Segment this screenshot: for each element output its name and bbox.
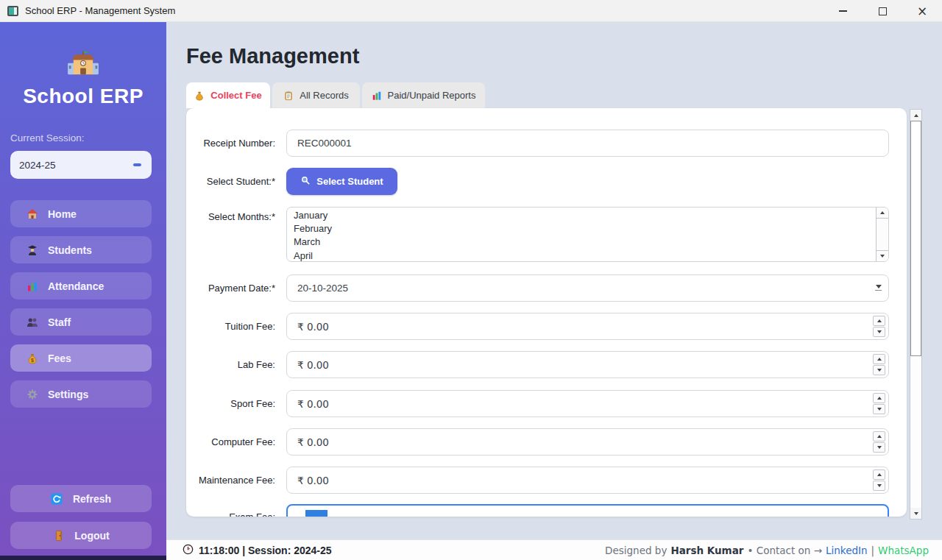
status-credit: Designed by Harsh Kumar • Contact on → L…	[605, 545, 929, 556]
svg-text:$: $	[31, 357, 34, 363]
whatsapp-link[interactable]: WhatsApp	[878, 545, 929, 556]
receipt-number-input[interactable]: REC000001	[286, 130, 889, 157]
receipt-number-label: Receipt Number:	[186, 138, 275, 149]
minimize-button[interactable]	[823, 0, 863, 22]
logout-label: Logout	[74, 530, 109, 542]
sidebar-item-staff[interactable]: Staff	[10, 308, 152, 336]
maintenance-fee-spinbox[interactable]: ₹ 0.00	[286, 467, 889, 494]
month-option-april[interactable]: April	[294, 249, 888, 262]
credit-divider: |	[871, 545, 875, 556]
refresh-button[interactable]: Refresh	[10, 485, 152, 512]
scroll-up-button[interactable]	[877, 208, 888, 219]
spin-down-button[interactable]	[873, 365, 885, 375]
session-value: 2024-25	[19, 160, 56, 171]
sidebar-item-label: Students	[48, 244, 92, 256]
months-scrollbar[interactable]	[876, 208, 888, 261]
sidebar-item-home[interactable]: Home	[10, 200, 152, 227]
select-student-button-label: Select Student	[316, 176, 383, 187]
door-icon	[52, 529, 65, 542]
sport-fee-spinbox[interactable]: ₹ 0.00	[286, 390, 889, 417]
spinbox-value: ₹ 0.00	[297, 398, 329, 410]
arrow-up-icon	[914, 114, 918, 117]
sidebar-item-settings[interactable]: Settings	[10, 380, 152, 408]
spin-down-button[interactable]	[873, 442, 885, 453]
close-button[interactable]: ×	[902, 0, 942, 22]
lab-fee-spinbox[interactable]: ₹ 0.00	[286, 351, 889, 378]
tab-label: All Records	[300, 90, 348, 101]
credit-prefix: Designed by	[605, 545, 667, 556]
spinbox-value: ₹ 0.00	[297, 321, 329, 333]
scroll-down-button[interactable]	[910, 508, 921, 519]
tab-collect-fee[interactable]: Collect Fee	[186, 82, 270, 108]
receipt-number-value: REC000001	[297, 138, 352, 149]
sidebar-item-label: Attendance	[48, 280, 104, 292]
tuition-fee-spinbox[interactable]: ₹ 0.00	[286, 313, 889, 340]
payment-date-value: 20-10-2025	[297, 283, 348, 294]
people-icon	[26, 316, 38, 328]
chevron-down-icon[interactable]	[875, 285, 882, 291]
app-name: School ERP	[0, 85, 166, 108]
computer-fee-spinbox[interactable]: ₹ 0.00	[286, 428, 889, 456]
logout-button[interactable]: Logout	[10, 522, 152, 549]
spin-down-button[interactable]	[873, 327, 885, 337]
scroll-down-button[interactable]	[877, 250, 888, 261]
scrollbar-thumb[interactable]	[910, 121, 921, 356]
month-option-february[interactable]: February	[294, 222, 888, 235]
spin-down-button[interactable]	[873, 481, 885, 491]
close-icon: ×	[917, 5, 927, 18]
linkedin-link[interactable]: LinkedIn	[826, 545, 868, 556]
spin-up-button[interactable]	[873, 431, 885, 442]
status-left: 11:18:00 | Session: 2024-25	[183, 544, 332, 557]
spin-up-button[interactable]	[873, 316, 885, 326]
maintenance-fee-label: Maintenance Fee:	[186, 475, 275, 486]
session-select[interactable]: 2024-25	[10, 151, 152, 179]
tab-all-records[interactable]: All Records	[272, 82, 360, 108]
credit-author: Harsh Kumar	[670, 545, 743, 556]
page-title: Fee Management	[186, 44, 359, 68]
sidebar-item-label: Settings	[48, 389, 88, 400]
dropdown-dash-icon	[133, 163, 141, 166]
title-bar: School ERP - Management System ×	[0, 0, 942, 22]
spin-up-button[interactable]	[873, 393, 885, 403]
main-scrollbar[interactable]	[910, 109, 922, 520]
select-student-button[interactable]: Select Student	[286, 168, 397, 195]
arrow-up-icon	[880, 211, 885, 214]
money-bag-icon: $	[26, 352, 38, 364]
window-title: School ERP - Management System	[25, 5, 175, 16]
computer-fee-label: Computer Fee:	[186, 436, 275, 447]
session-label: Current Session:	[10, 132, 85, 143]
status-bar: 11:18:00 | Session: 2024-25 Designed by …	[166, 539, 942, 560]
sport-fee-label: Sport Fee:	[186, 398, 275, 409]
arrow-down-icon	[914, 512, 918, 515]
status-time-session: 11:18:00 | Session: 2024-25	[199, 545, 332, 556]
sidebar-item-attendance[interactable]: Attendance	[10, 272, 152, 300]
payment-date-combobox[interactable]: 20-10-2025	[286, 274, 889, 302]
sidebar-item-students[interactable]: Students	[10, 236, 152, 263]
months-listbox[interactable]: January February March April	[286, 207, 889, 262]
app-icon	[7, 6, 18, 16]
maximize-button[interactable]	[863, 0, 902, 22]
tab-paid-unpaid-reports[interactable]: Paid/Unpaid Reports	[362, 82, 485, 108]
sidebar-item-label: Home	[48, 208, 77, 220]
exam-fee-spinbox[interactable]	[286, 504, 889, 517]
sidebar-item-label: Staff	[48, 316, 71, 328]
month-option-march[interactable]: March	[294, 235, 888, 249]
month-option-january[interactable]: January	[294, 209, 888, 222]
gear-icon	[26, 388, 38, 400]
sidebar: School ERP Current Session: 2024-25 Home…	[0, 22, 166, 560]
spin-down-button[interactable]	[873, 404, 885, 414]
sidebar-item-fees[interactable]: $ Fees	[10, 344, 152, 372]
scroll-up-button[interactable]	[910, 110, 921, 121]
collect-fee-form: Receipt Number: REC000001 Select Student…	[186, 108, 907, 517]
exam-fee-label: Exam Fee:	[186, 511, 275, 517]
spin-up-button[interactable]	[873, 469, 885, 480]
app-window: School ERP - Management System ×	[0, 0, 942, 560]
window-controls: ×	[823, 0, 942, 22]
spin-up-button[interactable]	[873, 354, 885, 364]
clipboard-icon	[283, 91, 294, 101]
search-icon	[300, 175, 311, 188]
payment-date-label: Payment Date:*	[186, 283, 275, 294]
refresh-icon	[51, 492, 63, 505]
select-months-label: Select Months:*	[186, 211, 275, 222]
lab-fee-label: Lab Fee:	[186, 359, 275, 370]
